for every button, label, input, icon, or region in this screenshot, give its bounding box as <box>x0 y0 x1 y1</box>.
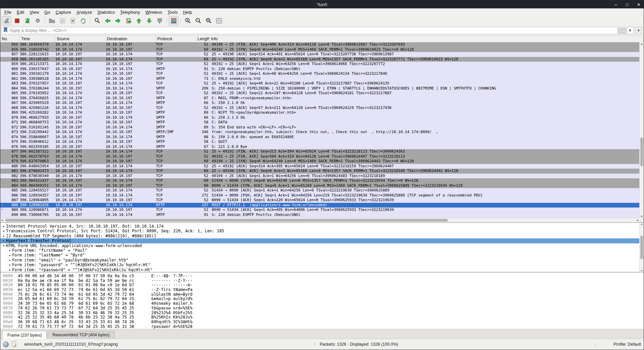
close-file-button[interactable] <box>68 16 77 25</box>
hex-row-0080[interactable]: 008032 38 25 32 33 4a 25 34 30 53 6b 46 … <box>0 311 644 315</box>
packet-row-857[interactable]: 857386.22812161510.10.10.19710.10.14.174… <box>0 52 640 57</box>
packet-row-889[interactable]: └889398.12898687110.10.14.17410.10.10.19… <box>0 208 640 213</box>
scroll-down-arrow-icon[interactable]: ▼ <box>640 215 644 218</box>
go-first-packet-button[interactable] <box>134 16 144 25</box>
scroll-up-arrow-icon[interactable]: ▲ <box>640 223 644 225</box>
packet-row-875[interactable]: 875396.55904661210.10.14.17410.10.10.197… <box>0 139 640 144</box>
byte-tab-0[interactable]: Frame (237 bytes) <box>2 331 47 339</box>
capture-filename[interactable]: wireshark_tun0_20201111111010_97mxgY.pca… <box>24 342 118 347</box>
minimize-button[interactable]: – <box>613 2 618 7</box>
column-header-source[interactable]: Source <box>55 36 106 42</box>
menu-view[interactable]: View <box>27 9 42 15</box>
packet-list-header[interactable]: No. Time Source Destination Protocol Len… <box>0 36 644 43</box>
packet-row-879[interactable]: 879396.63767986310.10.14.17410.10.10.197… <box>0 159 640 164</box>
packet-row-890[interactable]: 890406.73006670510.10.10.19710.10.14.174… <box>0 213 640 218</box>
packet-row-882[interactable]: 882396.67863034010.10.14.17410.10.10.197… <box>0 174 640 179</box>
packet-row-860[interactable]: 860396.33015764710.10.10.19710.10.14.174… <box>0 67 640 72</box>
scroll-left-arrow-icon[interactable]: ◀ <box>0 218 4 222</box>
go-forward-button[interactable] <box>113 16 123 25</box>
byte-tab-1[interactable]: Reassembled TCP (404 bytes) <box>47 331 114 339</box>
zoom-in-button[interactable] <box>183 16 193 25</box>
packet-row-881[interactable]: 881396.67860247310.10.10.19710.10.14.174… <box>0 169 640 174</box>
packet-row-874[interactable]: 874396.55884866710.10.10.19710.10.14.174… <box>0 135 640 140</box>
collapsed-arrow-icon[interactable]: ▸ <box>2 229 6 233</box>
packet-list-hscroll[interactable]: ◀ ▶ <box>0 218 640 222</box>
hex-row-0050[interactable]: 005026 65 6d 61 69 6c 3d 70 61 75 6c 62 … <box>0 297 644 301</box>
colorize-packets-button[interactable] <box>169 16 178 25</box>
scroll-right-arrow-icon[interactable]: ▶ <box>636 218 640 222</box>
packet-row-886[interactable]: ·886398.12893435710.10.10.19710.10.14.17… <box>0 193 640 198</box>
zoom-normal-button[interactable] <box>204 16 213 25</box>
packet-row-863[interactable]: 863396.37615705710.10.10.19710.10.14.174… <box>0 81 640 86</box>
packet-row-872[interactable]: 872396.51610114510.10.10.19710.10.14.174… <box>0 125 640 130</box>
packet-row-869[interactable]: 869396.42526928210.10.14.17410.10.10.197… <box>0 110 640 115</box>
capture-options-button[interactable]: ⚙ <box>33 16 43 25</box>
hex-row-0030[interactable]: 0030ec 12 5a e1 66 69 72 73 74 4e 61 6d … <box>0 288 644 292</box>
packet-row-877[interactable]: 877396.60238732210.10.10.19710.10.14.174… <box>0 149 640 154</box>
menu-telephony[interactable]: Telephony <box>117 9 143 15</box>
packet-row-880[interactable]: 880396.64866395410.10.10.19710.10.14.174… <box>0 164 640 169</box>
packet-row-887[interactable]: 887398.12896489510.10.14.17410.10.10.197… <box>0 198 640 203</box>
zoom-out-button[interactable] <box>193 16 203 25</box>
bookmark-icon[interactable] <box>3 27 8 34</box>
packet-row-866[interactable]: 866396.37645682510.10.14.17410.10.10.197… <box>0 96 640 101</box>
reload-file-button[interactable] <box>78 16 88 25</box>
packet-row-864[interactable]: 864396.37618624410.10.10.19710.10.14.174… <box>0 86 640 91</box>
column-header-no[interactable]: No. <box>0 36 20 42</box>
collapsed-arrow-icon[interactable]: ▸ <box>2 234 6 238</box>
scroll-down-arrow-icon[interactable]: ▼ <box>640 270 644 272</box>
auto-scroll-button[interactable] <box>155 16 164 25</box>
collapsed-arrow-icon[interactable]: ▸ <box>8 253 12 257</box>
collapsed-arrow-icon[interactable]: ▸ <box>8 258 12 262</box>
close-button[interactable]: × <box>636 2 641 7</box>
packet-list-vscroll[interactable]: ▲ ▼ <box>639 42 644 218</box>
collapsed-arrow-icon[interactable]: ▸ <box>2 224 6 229</box>
packet-row-873[interactable]: 873396.51629944210.10.14.17410.10.10.197… <box>0 130 640 135</box>
packet-row-862[interactable]: 862396.33038852810.10.14.17410.10.10.197… <box>0 76 640 81</box>
hex-row-0060[interactable]: 006034 30 73 6e 65 61 6b 79 6d 61 69 6c … <box>0 301 644 306</box>
packet-row-888[interactable]: →888398.12898242610.10.10.19710.10.14.17… <box>0 203 640 208</box>
go-back-button[interactable] <box>103 16 112 25</box>
menu-statistics[interactable]: Statistics <box>95 9 117 15</box>
menu-analyze[interactable]: Analyze <box>74 9 95 15</box>
resize-columns-button[interactable] <box>214 16 224 25</box>
packet-row-870[interactable]: 870396.46662793310.10.10.19710.10.14.174… <box>0 115 640 120</box>
detail-row-6[interactable]: ▸Form item: "lastName" = "Byrd" <box>0 253 644 257</box>
packet-row-884[interactable]: 884398.08436925110.10.14.17410.10.10.197… <box>0 183 640 188</box>
expanded-arrow-icon[interactable]: ▾ <box>2 243 6 248</box>
packet-row-868[interactable]: 868396.42508122610.10.14.17410.10.10.197… <box>0 106 640 111</box>
menu-go[interactable]: Go <box>42 9 53 15</box>
hex-row-0010[interactable]: 00100a 0a 0e ae c8 ea 1f 9a be d2 5a fa … <box>0 279 644 283</box>
hex-row-00b0[interactable]: 00b072 70 61 73 73 77 6f 72 64 3d 25 35 … <box>0 325 644 329</box>
packet-row-878[interactable]: 878396.60257876310.10.14.17410.10.10.197… <box>0 154 640 159</box>
menu-wireless[interactable]: Wireless <box>143 9 165 15</box>
detail-row-4[interactable]: ▾HTML Form URL Encoded: application/x-ww… <box>0 243 644 248</box>
scroll-up-arrow-icon[interactable]: ▲ <box>640 42 644 46</box>
hscroll-thumb[interactable] <box>5 219 448 222</box>
hex-row-0020[interactable]: 002080 18 01 f6 85 05 00 00 01 01 08 0a … <box>0 283 644 288</box>
expert-info-icon[interactable] <box>3 342 9 347</box>
collapsed-arrow-icon[interactable]: ▸ <box>8 268 12 272</box>
collapsed-arrow-icon[interactable]: ▸ <box>8 248 12 253</box>
column-header-info[interactable]: Info <box>210 36 644 42</box>
packet-row-867[interactable]: 867396.42506552910.10.10.19710.10.14.174… <box>0 101 640 106</box>
packet-row-858[interactable]: 858386.26118516510.10.10.19710.10.14.174… <box>0 57 640 62</box>
detail-row-7[interactable]: ▸Form item: "email" = "paulbyrd@sneakyma… <box>0 258 644 262</box>
filter-expression-button[interactable] <box>618 28 627 34</box>
add-filter-button[interactable]: + <box>635 27 642 34</box>
menu-capture[interactable]: Capture <box>53 9 74 15</box>
display-filter-input[interactable]: Apply a display filter ... <Ctrl-/> ▼ <box>2 27 634 34</box>
detail-vscroll[interactable]: ▲ ▼ <box>639 223 644 272</box>
start-capture-button[interactable] <box>2 16 11 25</box>
column-header-time[interactable]: Time <box>20 36 55 42</box>
find-packet-button[interactable] <box>92 16 102 25</box>
detail-row-9[interactable]: ▸Form item: "rpassword" = "^(#J@SkFv2[%K… <box>0 268 644 272</box>
open-file-button[interactable] <box>47 16 57 25</box>
detail-row-5[interactable]: ▸Form item: "firstName" = "Paul" <box>0 248 644 253</box>
packet-row-856[interactable]: 856386.21832974210.10.14.17410.10.10.197… <box>0 47 640 52</box>
packet-row-865[interactable]: 865396.37619395210.10.14.17410.10.10.197… <box>0 91 640 96</box>
stop-capture-button[interactable] <box>12 16 22 25</box>
hex-row-00a0[interactable]: 00a036 30 68 71 63 48 6c 25 33 43 25 33 … <box>0 320 644 325</box>
detail-vscroll-thumb[interactable] <box>640 236 643 259</box>
packet-row-871[interactable]: 871396.46684075310.10.14.17410.10.10.197… <box>0 120 640 125</box>
